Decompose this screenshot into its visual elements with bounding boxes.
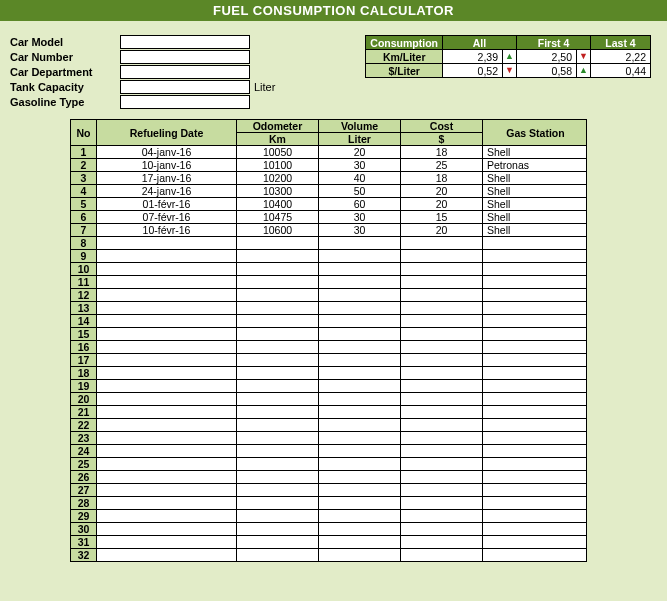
cell-date[interactable] — [97, 354, 237, 367]
cell-odometer[interactable] — [237, 380, 319, 393]
cell-cost[interactable] — [401, 432, 483, 445]
cell-odometer[interactable] — [237, 419, 319, 432]
cell-gas-station[interactable] — [483, 302, 587, 315]
cell-cost[interactable] — [401, 315, 483, 328]
cell-gas-station[interactable] — [483, 549, 587, 562]
cell-date[interactable] — [97, 302, 237, 315]
cell-date[interactable] — [97, 315, 237, 328]
table-row[interactable]: 15 — [71, 328, 587, 341]
table-row[interactable]: 9 — [71, 250, 587, 263]
cell-volume[interactable]: 30 — [319, 211, 401, 224]
table-row[interactable]: 28 — [71, 497, 587, 510]
cell-cost[interactable] — [401, 419, 483, 432]
cell-date[interactable] — [97, 471, 237, 484]
cell-date[interactable]: 17-janv-16 — [97, 172, 237, 185]
cell-odometer[interactable] — [237, 263, 319, 276]
cell-date[interactable] — [97, 419, 237, 432]
cell-cost[interactable]: 15 — [401, 211, 483, 224]
cell-gas-station[interactable] — [483, 237, 587, 250]
cell-gas-station[interactable] — [483, 250, 587, 263]
cell-cost[interactable] — [401, 250, 483, 263]
cell-gas-station[interactable] — [483, 315, 587, 328]
cell-volume[interactable]: 30 — [319, 224, 401, 237]
cell-date[interactable] — [97, 393, 237, 406]
cell-odometer[interactable] — [237, 354, 319, 367]
table-row[interactable]: 30 — [71, 523, 587, 536]
cell-cost[interactable] — [401, 380, 483, 393]
cell-volume[interactable]: 30 — [319, 159, 401, 172]
cell-volume[interactable] — [319, 471, 401, 484]
cell-gas-station[interactable] — [483, 458, 587, 471]
cell-volume[interactable] — [319, 367, 401, 380]
cell-date[interactable] — [97, 510, 237, 523]
table-row[interactable]: 31 — [71, 536, 587, 549]
cell-volume[interactable] — [319, 419, 401, 432]
cell-gas-station[interactable] — [483, 328, 587, 341]
cell-gas-station[interactable] — [483, 523, 587, 536]
cell-date[interactable] — [97, 237, 237, 250]
cell-gas-station[interactable] — [483, 419, 587, 432]
cell-gas-station[interactable] — [483, 341, 587, 354]
cell-volume[interactable] — [319, 393, 401, 406]
table-row[interactable]: 21 — [71, 406, 587, 419]
cell-cost[interactable]: 20 — [401, 224, 483, 237]
cell-date[interactable] — [97, 367, 237, 380]
cell-odometer[interactable]: 10475 — [237, 211, 319, 224]
cell-odometer[interactable] — [237, 302, 319, 315]
table-row[interactable]: 20 — [71, 393, 587, 406]
cell-date[interactable] — [97, 263, 237, 276]
cell-gas-station[interactable] — [483, 484, 587, 497]
table-row[interactable]: 501-févr-16104006020Shell — [71, 198, 587, 211]
cell-volume[interactable] — [319, 458, 401, 471]
cell-odometer[interactable]: 10600 — [237, 224, 319, 237]
cell-date[interactable] — [97, 484, 237, 497]
cell-odometer[interactable] — [237, 484, 319, 497]
cell-odometer[interactable] — [237, 406, 319, 419]
cell-volume[interactable] — [319, 497, 401, 510]
cell-cost[interactable] — [401, 263, 483, 276]
cell-volume[interactable] — [319, 354, 401, 367]
cell-cost[interactable] — [401, 302, 483, 315]
cell-volume[interactable]: 50 — [319, 185, 401, 198]
table-row[interactable]: 23 — [71, 432, 587, 445]
cell-odometer[interactable] — [237, 445, 319, 458]
cell-gas-station[interactable]: Petronas — [483, 159, 587, 172]
cell-cost[interactable]: 20 — [401, 185, 483, 198]
cell-gas-station[interactable] — [483, 406, 587, 419]
input-car-department[interactable] — [120, 65, 250, 79]
table-row[interactable]: 32 — [71, 549, 587, 562]
cell-date[interactable] — [97, 536, 237, 549]
table-row[interactable]: 17 — [71, 354, 587, 367]
table-row[interactable]: 13 — [71, 302, 587, 315]
cell-date[interactable]: 24-janv-16 — [97, 185, 237, 198]
cell-cost[interactable] — [401, 341, 483, 354]
cell-date[interactable]: 01-févr-16 — [97, 198, 237, 211]
table-row[interactable]: 24 — [71, 445, 587, 458]
cell-odometer[interactable] — [237, 432, 319, 445]
cell-odometer[interactable]: 10200 — [237, 172, 319, 185]
cell-odometer[interactable] — [237, 497, 319, 510]
table-row[interactable]: 607-févr-16104753015Shell — [71, 211, 587, 224]
table-row[interactable]: 18 — [71, 367, 587, 380]
cell-cost[interactable] — [401, 523, 483, 536]
cell-gas-station[interactable]: Shell — [483, 146, 587, 159]
table-row[interactable]: 210-janv-16101003025Petronas — [71, 159, 587, 172]
table-row[interactable]: 12 — [71, 289, 587, 302]
cell-volume[interactable] — [319, 380, 401, 393]
cell-cost[interactable]: 25 — [401, 159, 483, 172]
cell-date[interactable] — [97, 523, 237, 536]
table-row[interactable]: 11 — [71, 276, 587, 289]
table-row[interactable]: 16 — [71, 341, 587, 354]
cell-cost[interactable] — [401, 471, 483, 484]
cell-gas-station[interactable]: Shell — [483, 185, 587, 198]
cell-volume[interactable] — [319, 406, 401, 419]
cell-odometer[interactable]: 10300 — [237, 185, 319, 198]
cell-date[interactable] — [97, 276, 237, 289]
cell-volume[interactable] — [319, 523, 401, 536]
cell-cost[interactable]: 18 — [401, 172, 483, 185]
cell-gas-station[interactable] — [483, 510, 587, 523]
table-row[interactable]: 10 — [71, 263, 587, 276]
cell-date[interactable] — [97, 445, 237, 458]
cell-volume[interactable] — [319, 536, 401, 549]
cell-date[interactable] — [97, 341, 237, 354]
